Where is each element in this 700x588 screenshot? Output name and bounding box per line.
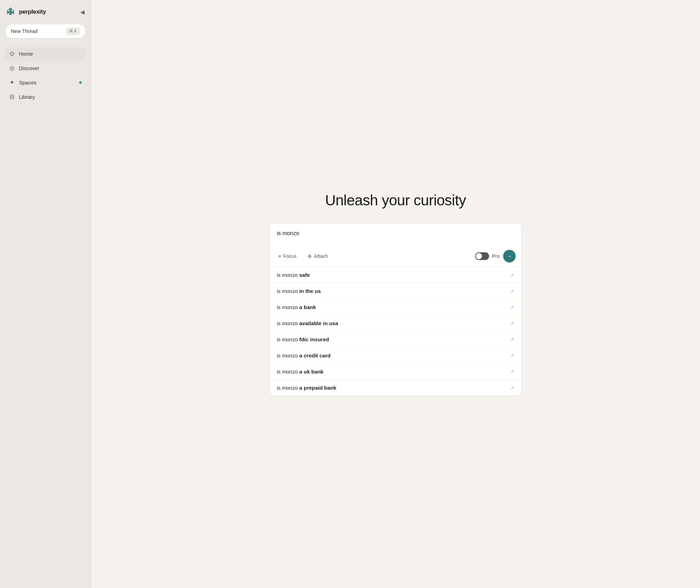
focus-button[interactable]: ≡ Focus [275,252,299,260]
headline: Unleash your curiosity [325,192,466,209]
focus-label: Focus [283,253,296,259]
autocomplete-item[interactable]: is monzo safe ↗ [270,267,521,283]
attach-button[interactable]: ⊕ Attach [305,252,331,260]
keyboard-shortcut: ⌘ K [66,28,80,35]
sidebar-item-library[interactable]: ⊟ Library [5,90,86,104]
library-icon: ⊟ [8,93,15,101]
attach-label: Attach [314,253,328,259]
sidebar-collapse-button[interactable]: ◀ [79,7,86,17]
shortcut-cmd: ⌘ [69,29,73,34]
autocomplete-arrow-icon: ↗ [510,369,514,375]
search-box: is monzo ≡ Focus ⊕ Attach [269,223,522,267]
autocomplete-arrow-icon: ↗ [510,353,514,358]
search-input-area: is monzo [270,223,521,246]
autocomplete-item[interactable]: is monzo a uk bank ↗ [270,363,521,380]
main-content: Unleash your curiosity is monzo ≡ Focus … [91,0,700,588]
autocomplete-arrow-icon: ↗ [510,337,514,342]
focus-icon: ≡ [278,253,281,259]
autocomplete-text: is monzo a prepaid bank [277,385,336,391]
toolbar-right: Pro → [475,250,516,262]
search-input[interactable]: is monzo [277,230,514,244]
autocomplete-item[interactable]: is monzo a bank ↗ [270,299,521,315]
autocomplete-arrow-icon: ↗ [510,288,514,294]
autocomplete-item[interactable]: is monzo a credit card ↗ [270,347,521,363]
discover-icon: ◎ [8,64,15,72]
attach-icon: ⊕ [308,253,312,259]
autocomplete-text: is monzo in the us [277,288,321,294]
spaces-icon: ✦ [8,79,15,86]
toggle-area: Pro [475,252,500,260]
autocomplete-item[interactable]: is monzo fdic insured ↗ [270,331,521,347]
autocomplete-item[interactable]: is monzo in the us ↗ [270,283,521,299]
search-toolbar: ≡ Focus ⊕ Attach Pro [270,246,521,267]
sidebar-item-label-home: Home [19,51,33,57]
pro-toggle[interactable] [475,252,489,260]
submit-button[interactable]: → [503,250,516,262]
autocomplete-dropdown: is monzo safe ↗ is monzo in the us ↗ is … [269,267,522,396]
sidebar-item-label-spaces: Spaces [19,80,36,86]
sidebar-item-label-discover: Discover [19,65,39,71]
autocomplete-text: is monzo safe [277,272,310,278]
toolbar-left: ≡ Focus ⊕ Attach [275,252,331,260]
sidebar-item-spaces[interactable]: ✦ Spaces [5,76,86,89]
autocomplete-item[interactable]: is monzo a prepaid bank ↗ [270,380,521,396]
sidebar: perplexity ◀ New Thread ⌘ K ⊙ Home ◎ Dis… [0,0,91,588]
shortcut-key: K [74,29,77,34]
new-thread-button[interactable]: New Thread ⌘ K [5,24,86,39]
autocomplete-arrow-icon: ↗ [510,385,514,391]
autocomplete-arrow-icon: ↗ [510,305,514,310]
autocomplete-text: is monzo fdic insured [277,336,329,342]
spaces-notification-dot [79,81,82,84]
autocomplete-text: is monzo a credit card [277,353,330,358]
sidebar-header: perplexity ◀ [5,6,86,18]
autocomplete-text: is monzo available in usa [277,320,338,326]
autocomplete-text: is monzo a uk bank [277,369,323,375]
home-icon: ⊙ [8,50,15,57]
submit-icon: → [507,253,512,259]
collapse-icon: ◀ [80,9,84,15]
logo-area: perplexity [5,6,46,18]
toggle-knob [476,253,482,259]
autocomplete-arrow-icon: ↗ [510,272,514,278]
new-thread-label: New Thread [11,28,37,34]
autocomplete-text: is monzo a bank [277,304,316,310]
sidebar-item-discover[interactable]: ◎ Discover [5,61,86,75]
sidebar-item-home[interactable]: ⊙ Home [5,47,86,61]
pro-label: Pro [492,253,500,259]
autocomplete-arrow-icon: ↗ [510,321,514,326]
autocomplete-item[interactable]: is monzo available in usa ↗ [270,315,521,331]
perplexity-logo-icon [5,6,16,18]
nav-items: ⊙ Home ◎ Discover ✦ Spaces ⊟ Library [5,47,86,104]
search-wrapper: is monzo ≡ Focus ⊕ Attach [269,223,522,396]
app-name: perplexity [19,8,46,15]
sidebar-item-label-library: Library [19,94,35,100]
